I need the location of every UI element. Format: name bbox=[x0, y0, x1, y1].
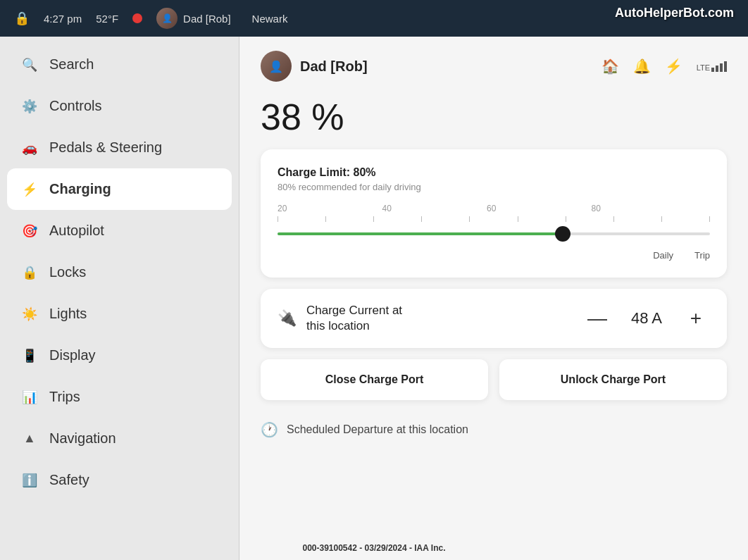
tick-9 bbox=[661, 216, 662, 222]
tick-label-40: 40 bbox=[382, 204, 391, 213]
scheduled-departure-label: Scheduled Departure at this location bbox=[287, 423, 468, 436]
content-area: 👤 Dad [Rob] 🏠 🔔 ⚡ LTE bbox=[239, 37, 748, 560]
pedals-icon: 🚗 bbox=[21, 140, 38, 156]
charge-current-left: 🔌 Charge Current atthis location bbox=[278, 303, 402, 334]
sidebar: 🔍 Search ⚙️ Controls 🚗 Pedals & Steering… bbox=[0, 37, 239, 560]
charging-icon: ⚡ bbox=[21, 182, 38, 197]
record-indicator bbox=[132, 13, 142, 23]
close-charge-port-button[interactable]: Close Charge Port bbox=[261, 359, 488, 400]
action-buttons: Close Charge Port Unlock Charge Port bbox=[261, 359, 727, 400]
battery-percent: 38 % bbox=[261, 96, 727, 138]
sidebar-label-safety: Safety bbox=[49, 472, 89, 488]
slider-thumb[interactable] bbox=[555, 226, 571, 242]
tick-10 bbox=[709, 216, 710, 222]
locks-icon: 🔒 bbox=[21, 265, 38, 280]
sidebar-item-lights[interactable]: ☀️ Lights bbox=[0, 293, 239, 335]
controls-icon: ⚙️ bbox=[21, 99, 38, 114]
sidebar-item-trips[interactable]: 📊 Trips bbox=[0, 376, 239, 418]
sidebar-label-lights: Lights bbox=[49, 306, 87, 322]
navigation-icon: ▲ bbox=[21, 431, 38, 446]
unlock-charge-port-button[interactable]: Unlock Charge Port bbox=[499, 359, 727, 400]
status-avatar: 👤 bbox=[156, 8, 177, 29]
sidebar-item-autopilot[interactable]: 🎯 Autopilot bbox=[0, 210, 239, 251]
bell-icon[interactable]: 🔔 bbox=[633, 58, 651, 75]
scheduled-departure[interactable]: 🕐 Scheduled Departure at this location bbox=[261, 414, 727, 445]
tick-label-20: 20 bbox=[278, 204, 287, 213]
tick-6 bbox=[518, 216, 518, 222]
lte-indicator: LTE bbox=[697, 61, 727, 72]
tick-8 bbox=[613, 216, 614, 222]
sidebar-label-pedals: Pedals & Steering bbox=[49, 139, 162, 156]
tick-5 bbox=[469, 216, 470, 222]
signal-bars bbox=[711, 61, 727, 72]
profile-icons: 🏠 🔔 ⚡ LTE bbox=[601, 58, 727, 75]
slider-track-fill bbox=[278, 232, 563, 235]
profile-name: Dad [Rob] bbox=[300, 58, 368, 75]
sidebar-item-search[interactable]: 🔍 Search bbox=[0, 44, 239, 85]
charge-limit-slider[interactable] bbox=[278, 223, 710, 244]
lock-icon: 🔒 bbox=[14, 11, 30, 26]
autopilot-icon: 🎯 bbox=[21, 223, 38, 239]
status-location: Newark bbox=[252, 13, 288, 25]
status-profile: 👤 Dad [Rob] bbox=[156, 8, 231, 29]
charge-current-card: 🔌 Charge Current atthis location — 48 A … bbox=[261, 289, 727, 348]
status-profile-name: Dad [Rob] bbox=[183, 13, 231, 25]
status-temperature: 52°F bbox=[96, 13, 118, 25]
footer-watermark: 000-39100542 - 03/29/2024 - IAA Inc. bbox=[302, 543, 445, 553]
status-time: 4:27 pm bbox=[44, 13, 82, 25]
sidebar-label-controls: Controls bbox=[49, 98, 101, 114]
charge-card: Charge Limit: 80% 80% recommended for da… bbox=[261, 149, 727, 278]
sidebar-label-autopilot: Autopilot bbox=[49, 223, 104, 239]
sidebar-item-display[interactable]: 📱 Display bbox=[0, 335, 239, 376]
profile-avatar: 👤 bbox=[261, 51, 292, 82]
current-value: 48 A bbox=[625, 309, 668, 328]
sidebar-item-locks[interactable]: 🔒 Locks bbox=[0, 251, 239, 293]
tick-label-80: 80 bbox=[591, 204, 600, 213]
slider-track-wrapper bbox=[278, 223, 710, 244]
trips-icon: 📊 bbox=[21, 390, 38, 405]
sidebar-label-trips: Trips bbox=[49, 389, 80, 405]
display-icon: 📱 bbox=[21, 348, 38, 363]
sidebar-label-navigation: Navigation bbox=[49, 430, 116, 447]
slider-labels-row: Daily Trip bbox=[278, 250, 710, 261]
main-area: 🔍 Search ⚙️ Controls 🚗 Pedals & Steering… bbox=[0, 37, 748, 560]
sidebar-label-charging: Charging bbox=[49, 181, 111, 197]
lights-icon: ☀️ bbox=[21, 306, 38, 322]
slider-track-bg bbox=[278, 232, 710, 235]
sidebar-label-search: Search bbox=[49, 56, 94, 73]
tick-7 bbox=[566, 216, 566, 222]
bluetooth-icon[interactable]: ⚡ bbox=[665, 58, 682, 75]
decrement-current-button[interactable]: — bbox=[583, 304, 611, 332]
charge-current-control: — 48 A + bbox=[583, 304, 710, 332]
sidebar-item-controls[interactable]: ⚙️ Controls bbox=[0, 85, 239, 127]
profile-left: 👤 Dad [Rob] bbox=[261, 51, 368, 82]
sidebar-item-pedals[interactable]: 🚗 Pedals & Steering bbox=[0, 127, 239, 168]
daily-label-spacer bbox=[278, 250, 653, 261]
sidebar-label-locks: Locks bbox=[49, 264, 86, 280]
charge-current-label: Charge Current atthis location bbox=[306, 303, 402, 334]
charge-limit-label: Charge Limit: 80% bbox=[278, 166, 710, 179]
sidebar-item-safety[interactable]: ℹ️ Safety bbox=[0, 459, 239, 501]
sidebar-item-navigation[interactable]: ▲ Navigation bbox=[0, 418, 239, 459]
trip-label: Trip bbox=[694, 250, 710, 261]
increment-current-button[interactable]: + bbox=[682, 304, 710, 332]
daily-label: Daily bbox=[653, 250, 673, 261]
search-icon: 🔍 bbox=[21, 57, 38, 73]
tick-label-60: 60 bbox=[487, 204, 496, 213]
autohelperbot-brand: AutoHelperBot.com bbox=[615, 6, 734, 20]
device-frame: AutoHelperBot.com 🔒 4:27 pm 52°F 👤 Dad [… bbox=[0, 0, 748, 560]
tick-4 bbox=[421, 216, 422, 222]
safety-icon: ℹ️ bbox=[21, 473, 38, 488]
profile-header: 👤 Dad [Rob] 🏠 🔔 ⚡ LTE bbox=[261, 51, 727, 82]
sidebar-item-charging[interactable]: ⚡ Charging bbox=[7, 168, 232, 210]
tick-3 bbox=[373, 216, 374, 222]
tick-1 bbox=[278, 216, 278, 222]
slider-tick-labels: 20 40 60 80 100 bbox=[278, 204, 710, 213]
charge-limit-sublabel: 80% recommended for daily driving bbox=[278, 182, 710, 192]
sidebar-label-display: Display bbox=[49, 347, 96, 363]
plug-icon: 🔌 bbox=[278, 309, 297, 328]
tick-2 bbox=[325, 216, 326, 222]
lte-label: LTE bbox=[697, 63, 710, 72]
tick-marks bbox=[278, 216, 710, 222]
home-icon[interactable]: 🏠 bbox=[601, 58, 619, 75]
